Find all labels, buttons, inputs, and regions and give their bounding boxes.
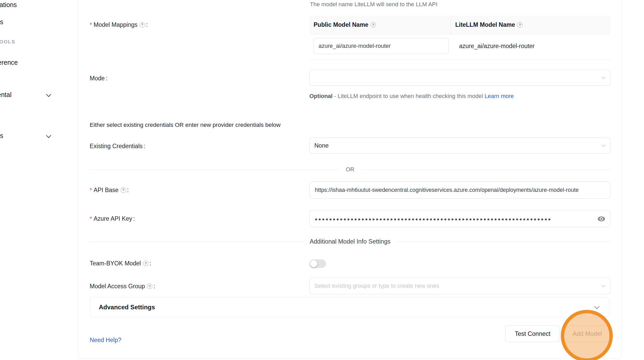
learn-more-link[interactable]: Learn more — [485, 93, 514, 99]
api-base-label-text: API Base — [94, 187, 119, 194]
label-colon: : — [146, 21, 148, 28]
additional-settings-divider-text: Additional Model Info Settings — [304, 238, 396, 245]
help-circle-icon[interactable] — [143, 261, 148, 266]
credentials-note: Either select existing credentials OR en… — [90, 122, 281, 128]
column-header-litellm-model-name: LiteLLM Model Name — [451, 16, 610, 34]
chevron-down-icon — [601, 283, 606, 287]
help-circle-icon[interactable] — [147, 284, 152, 289]
column-header-public-model-name: Public Model Name — [309, 16, 451, 34]
api-base-label: * API Base : — [90, 186, 129, 194]
mode-helper-body: - LiteLLM endpoint to use when health ch… — [333, 93, 485, 99]
azure-api-key-label: * Azure API Key : — [90, 215, 135, 222]
need-help-link[interactable]: Need Help? — [90, 337, 121, 344]
model-access-group-placeholder: Select existing groups or type to create… — [314, 283, 439, 289]
advanced-settings-title: Advanced Settings — [99, 304, 595, 311]
existing-credentials-label-text: Existing Credentials — [90, 143, 142, 150]
model-mappings-table-header: Public Model Name LiteLLM Model Name — [309, 16, 610, 34]
existing-credentials-label: Existing Credentials : — [90, 143, 145, 150]
mode-label: Mode : — [90, 75, 107, 82]
model-mappings-table: Public Model Name LiteLLM Model Name azu… — [309, 16, 610, 60]
model-access-group-label: Model Access Group : — [90, 283, 155, 290]
divider-line — [396, 241, 610, 242]
mode-helper-bold: Optional — [309, 93, 333, 99]
mode-label-text: Mode — [90, 75, 105, 82]
chevron-down-icon — [601, 75, 606, 79]
or-divider: OR — [90, 166, 610, 173]
masked-password-dots: ••••••••••••••••••••••••••••••••••••••••… — [315, 214, 552, 223]
label-colon: : — [106, 75, 107, 82]
required-asterisk: * — [90, 22, 92, 29]
test-connect-button[interactable]: Test Connect — [505, 325, 560, 342]
sidebar-section-tools: TOOLS — [0, 39, 15, 45]
required-asterisk: * — [90, 187, 92, 194]
team-byok-label: Team-BYOK Model : — [90, 260, 151, 267]
label-colon: : — [133, 215, 135, 222]
eye-icon[interactable] — [597, 215, 606, 222]
chevron-down-icon — [594, 304, 600, 309]
required-asterisk: * — [90, 215, 92, 222]
label-colon: : — [149, 260, 151, 267]
litellm-model-name-value: azure_ai/azure-model-router — [449, 43, 535, 50]
public-model-name-header-text: Public Model Name — [314, 21, 368, 28]
model-access-group-select[interactable]: Select existing groups or type to create… — [309, 278, 610, 294]
existing-credentials-value: None — [314, 142, 329, 149]
public-model-name-input[interactable]: azure_ai/azure-model-router — [314, 38, 449, 54]
divider-line — [90, 241, 304, 242]
label-colon: : — [127, 187, 129, 194]
mode-select[interactable] — [309, 70, 610, 86]
additional-settings-divider: Additional Model Info Settings — [90, 238, 610, 245]
litellm-model-name-header-text: LiteLLM Model Name — [455, 21, 515, 28]
help-circle-icon[interactable] — [121, 187, 126, 193]
or-divider-text: OR — [339, 166, 361, 173]
sidebar-item-organizations[interactable]: ations — [0, 1, 17, 9]
existing-credentials-select[interactable]: None — [309, 138, 610, 154]
advanced-settings-panel[interactable]: Advanced Settings — [90, 297, 609, 317]
model-name-hint: The model name LiteLLM will send to the … — [310, 1, 437, 8]
chevron-down-icon — [46, 92, 51, 97]
help-circle-icon[interactable] — [370, 22, 376, 28]
azure-api-key-label-text: Azure API Key — [94, 215, 132, 222]
team-byok-label-text: Team-BYOK Model — [90, 260, 141, 267]
highlight-circle-annotation — [561, 310, 613, 360]
chevron-down-icon — [46, 133, 51, 138]
model-mappings-label: * Model Mappings : — [90, 21, 148, 29]
api-base-input[interactable]: https://ishaa-mh6uutut-swedencentral.cog… — [309, 181, 610, 199]
help-circle-icon[interactable] — [517, 22, 523, 28]
sidebar-item-settings[interactable]: s — [0, 132, 3, 140]
sidebar-item-experimental[interactable]: ental — [0, 91, 11, 99]
sidebar-item-1[interactable]: s — [0, 18, 3, 26]
label-colon: : — [153, 283, 155, 290]
divider-line — [361, 169, 610, 170]
model-access-group-label-text: Model Access Group — [90, 283, 145, 290]
team-byok-toggle[interactable] — [309, 259, 326, 268]
add-model-screen: ations s TOOLS erence ental s The model … — [0, 0, 644, 360]
chevron-down-icon — [601, 143, 606, 147]
model-mappings-table-row: azure_ai/azure-model-router azure_ai/azu… — [309, 34, 610, 60]
mode-helper-text: Optional - LiteLLM endpoint to use when … — [309, 91, 528, 101]
label-colon: : — [144, 143, 145, 150]
toggle-knob — [310, 260, 317, 267]
model-mappings-label-text: Model Mappings — [94, 21, 138, 28]
sidebar-item-api-reference[interactable]: erence — [0, 59, 18, 66]
divider-line — [90, 169, 339, 170]
azure-api-key-input[interactable]: ••••••••••••••••••••••••••••••••••••••••… — [309, 210, 610, 227]
help-circle-icon[interactable] — [140, 22, 145, 28]
